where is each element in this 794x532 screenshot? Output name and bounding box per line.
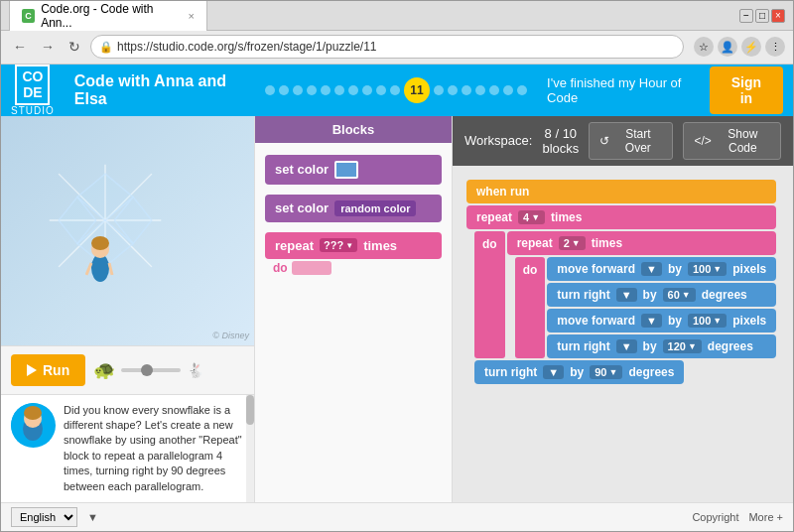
show-code-button[interactable]: </> Show Code (683, 122, 781, 160)
turn-right-2-block[interactable]: turn right ▼ by 120 ▼ degr (547, 334, 776, 358)
close-button[interactable]: × (771, 9, 785, 23)
move1-label: move forward (557, 262, 635, 276)
inner-repeat-label: repeat (517, 236, 553, 250)
inner-repeat-block[interactable]: repeat 2 ▼ times (507, 231, 777, 255)
repeat-do-row: do (265, 261, 442, 275)
move1-by: by (668, 262, 682, 276)
profile-icon[interactable]: 👤 (718, 37, 737, 57)
bottom-bar: English ▼ Copyright More + (1, 502, 793, 531)
signin-button[interactable]: Sign in (710, 66, 783, 114)
blocks-content: set color set color random color repeat (255, 143, 452, 502)
final-turn-block[interactable]: turn right ▼ by 90 ▼ degrees (474, 360, 684, 384)
final-turn-value[interactable]: 90 ▼ (590, 365, 622, 379)
repeat-block[interactable]: repeat ??? ▼ times (265, 232, 442, 259)
lock-icon: 🔒 (99, 41, 113, 54)
game-canvas: © Disney (1, 116, 254, 345)
move2-value[interactable]: 100 ▼ (688, 314, 727, 328)
maximize-button[interactable]: □ (755, 9, 769, 23)
dot-17 (503, 85, 513, 95)
inner-blocks: repeat 2 ▼ times (507, 231, 777, 358)
dot-8 (362, 85, 372, 95)
workspace-content[interactable]: when run repeat 4 ▼ times (453, 166, 793, 502)
turn-right-1-block[interactable]: turn right ▼ by 60 ▼ degre (547, 283, 776, 307)
turn2-dir-dropdown[interactable]: ▼ (616, 339, 637, 353)
speech-box: Did you know every snowflake is a differ… (1, 394, 254, 502)
rabbit-icon: 🐇 (187, 362, 203, 378)
move-forward-2-block[interactable]: move forward ▼ by 100 ▼ pi (547, 309, 776, 332)
dot-7 (348, 85, 358, 95)
turtle-icon: 🐢 (93, 359, 115, 381)
dot-2 (279, 85, 289, 95)
move2-dropdown[interactable]: ▼ (641, 314, 662, 328)
dot-13 (448, 85, 458, 95)
move-forward-1-block[interactable]: move forward ▼ by 100 ▼ pi (547, 257, 776, 281)
svg-point-10 (91, 236, 109, 250)
set-color-block[interactable]: set color (265, 155, 442, 185)
turn2-value[interactable]: 120 ▼ (663, 339, 702, 353)
speech-scrollbar-thumb (246, 395, 254, 425)
browser-icons: ☆ 👤 ⚡ ⋮ (694, 37, 785, 57)
menu-icon[interactable]: ⋮ (765, 37, 785, 57)
dot-9 (376, 85, 386, 95)
blocks-panel: Blocks set color set color random color (254, 116, 453, 502)
set-color-random-block[interactable]: set color random color (265, 195, 442, 222)
game-controls: Run 🐢 🐇 (1, 345, 254, 394)
when-run-block[interactable]: when run (466, 180, 776, 203)
run-label: Run (43, 362, 69, 378)
tab-title: Code.org - Code with Ann... (41, 2, 178, 30)
copyright-link[interactable]: Copyright (692, 511, 738, 523)
svg-line-12 (109, 263, 112, 275)
turn1-value[interactable]: 60 ▼ (663, 288, 696, 302)
language-select[interactable]: English (11, 507, 77, 527)
inner-do-row: do move forward ▼ by (515, 257, 777, 358)
outer-repeat-block[interactable]: repeat 4 ▼ times (466, 205, 776, 229)
forward-button[interactable]: → (37, 37, 59, 57)
inner-do-blocks: move forward ▼ by 100 ▼ pi (547, 257, 776, 358)
speech-scrollbar[interactable] (246, 395, 254, 502)
bookmark-icon[interactable]: ☆ (694, 37, 714, 57)
final-turn-val-text: 90 (595, 366, 606, 378)
repeat-block-group: repeat ??? ▼ times do (265, 232, 442, 275)
repeat-value[interactable]: ??? ▼ (320, 238, 357, 252)
move1-dropdown[interactable]: ▼ (641, 262, 662, 276)
blocks-header: Blocks (255, 116, 452, 143)
move1-value[interactable]: 100 ▼ (688, 262, 727, 276)
move1-unit: pixels (732, 262, 766, 276)
minimize-button[interactable]: − (739, 9, 753, 23)
anna-avatar (11, 403, 56, 448)
workspace-title: Workspace: (464, 133, 532, 148)
color-swatch[interactable] (334, 161, 358, 179)
browser-titlebar: C Code.org - Code with Ann... × − □ × (1, 1, 793, 31)
dot-15 (475, 85, 485, 95)
svg-point-16 (24, 406, 42, 420)
inner-repeat-value[interactable]: 2 ▼ (559, 236, 586, 250)
extension-icon[interactable]: ⚡ (741, 37, 761, 57)
turn1-val-text: 60 (668, 289, 680, 301)
turn1-by: by (643, 288, 657, 302)
dot-14 (462, 85, 471, 95)
tab-close-button[interactable]: × (189, 10, 195, 22)
browser-toolbar: ← → ↻ 🔒 https://studio.code.org/s/frozen… (1, 31, 793, 65)
outer-repeat-value[interactable]: 4 ▼ (518, 210, 545, 224)
finished-link[interactable]: I've finished my Hour of Code (547, 75, 700, 105)
lang-dropdown-icon: ▼ (87, 511, 98, 523)
start-over-button[interactable]: ↺ Start Over (589, 122, 673, 160)
dot-10 (390, 85, 400, 95)
back-button[interactable]: ← (9, 37, 31, 57)
run-button[interactable]: Run (11, 354, 85, 386)
repeat-val-text: ??? (324, 239, 343, 251)
turn1-dir-dropdown[interactable]: ▼ (616, 288, 637, 302)
code-icon: </> (694, 134, 711, 148)
tab-favicon: C (22, 9, 35, 23)
move2-dropdown-arrow: ▼ (713, 316, 722, 326)
main-area: © Disney Run 🐢 🐇 (1, 116, 793, 502)
dot-3 (293, 85, 303, 95)
more-link[interactable]: More + (748, 511, 783, 523)
final-turn-dir-dropdown[interactable]: ▼ (543, 365, 564, 379)
browser-tab[interactable]: C Code.org - Code with Ann... × (9, 0, 207, 34)
address-bar[interactable]: 🔒 https://studio.code.org/s/frozen/stage… (90, 35, 684, 59)
app-container: CO DE STUDIO Code with Anna and Elsa 11 (1, 65, 793, 531)
speed-track[interactable] (121, 368, 181, 372)
turn2-by: by (643, 339, 657, 353)
reload-button[interactable]: ↻ (65, 37, 84, 57)
